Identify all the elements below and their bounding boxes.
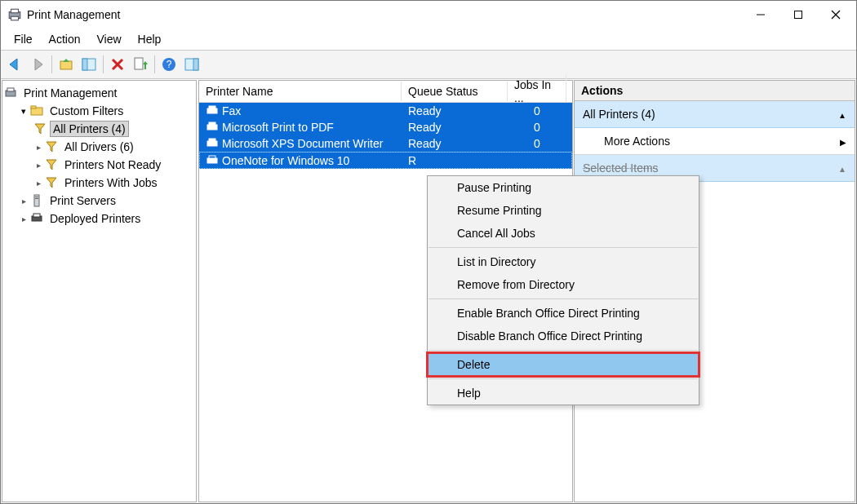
svg-rect-1 bbox=[11, 9, 19, 13]
server-icon bbox=[30, 194, 43, 207]
show-hide-tree-button[interactable] bbox=[78, 54, 100, 75]
printer-row[interactable]: Microsoft Print to PDF Ready 0 bbox=[199, 119, 572, 135]
up-folder-button[interactable] bbox=[56, 54, 77, 75]
forward-button[interactable] bbox=[27, 54, 48, 75]
printer-icon bbox=[206, 121, 219, 134]
expander-icon[interactable] bbox=[19, 196, 29, 206]
menu-delete[interactable]: Delete bbox=[428, 353, 699, 376]
svg-rect-38 bbox=[209, 122, 215, 126]
filter-icon bbox=[33, 122, 47, 135]
actions-more-label: More Actions bbox=[604, 135, 670, 148]
svg-marker-7 bbox=[10, 59, 17, 70]
svg-rect-12 bbox=[82, 59, 87, 70]
cell-name: Microsoft Print to PDF bbox=[222, 121, 334, 134]
menu-remove-from-directory[interactable]: Remove from Directory bbox=[428, 273, 699, 296]
menu-separator bbox=[428, 298, 698, 299]
svg-marker-26 bbox=[35, 124, 45, 134]
tree-print-servers[interactable]: Print Servers bbox=[4, 192, 194, 210]
svg-rect-25 bbox=[31, 106, 36, 108]
export-list-button[interactable] bbox=[130, 54, 151, 75]
actions-header: Actions bbox=[575, 81, 855, 101]
tree-root-label: Print Management bbox=[20, 85, 120, 101]
app-window: Print Management File Action View Help bbox=[0, 0, 857, 504]
cell-name: OneNote for Windows 10 bbox=[222, 154, 349, 167]
menu-file[interactable]: File bbox=[6, 30, 41, 48]
menu-action[interactable]: Action bbox=[41, 30, 89, 48]
cell-status: Ready bbox=[402, 137, 508, 150]
menu-cancel-all-jobs[interactable]: Cancel All Jobs bbox=[428, 222, 699, 245]
expander-icon[interactable] bbox=[19, 106, 29, 116]
cell-status: Ready bbox=[402, 104, 508, 117]
menu-list-in-directory[interactable]: List in Directory bbox=[428, 250, 699, 273]
column-queue-status[interactable]: Queue Status bbox=[402, 82, 508, 101]
actions-more[interactable]: More Actions bbox=[575, 128, 855, 155]
cell-status: R bbox=[402, 154, 508, 167]
expander-icon[interactable] bbox=[19, 214, 29, 223]
filter-icon bbox=[45, 140, 58, 153]
menu-disable-branch[interactable]: Disable Branch Office Direct Printing bbox=[428, 325, 699, 347]
menu-enable-branch[interactable]: Enable Branch Office Direct Printing bbox=[428, 302, 699, 325]
titlebar: Print Management bbox=[1, 1, 856, 29]
svg-rect-34 bbox=[33, 214, 40, 217]
svg-rect-9 bbox=[60, 61, 72, 69]
svg-rect-31 bbox=[35, 197, 38, 197]
menu-help[interactable]: Help bbox=[428, 382, 699, 405]
printer-row[interactable]: Fax Ready 0 bbox=[199, 103, 572, 119]
tree-filter-not-ready[interactable]: Printers Not Ready bbox=[4, 156, 194, 174]
tree-label: All Printers (4) bbox=[50, 121, 129, 137]
back-button[interactable] bbox=[4, 54, 25, 75]
svg-rect-15 bbox=[135, 58, 143, 69]
menu-help[interactable]: Help bbox=[130, 30, 170, 48]
tree-root[interactable]: Print Management bbox=[4, 84, 194, 102]
tree-label: Print Servers bbox=[47, 192, 119, 209]
window-controls bbox=[742, 1, 855, 29]
printer-icon bbox=[206, 154, 219, 167]
printer-row[interactable]: Microsoft XPS Document Writer Ready 0 bbox=[199, 135, 572, 152]
tree-custom-filters[interactable]: Custom Filters bbox=[4, 102, 194, 120]
printer-icon bbox=[30, 212, 43, 225]
menubar: File Action View Help bbox=[1, 29, 856, 50]
toolbar-separator bbox=[103, 55, 104, 73]
svg-text:?: ? bbox=[167, 59, 172, 70]
svg-rect-23 bbox=[7, 88, 14, 91]
actions-group[interactable]: All Printers (4) bbox=[575, 101, 855, 128]
close-button[interactable] bbox=[817, 1, 855, 29]
help-button[interactable]: ? bbox=[158, 54, 180, 75]
collapse-icon bbox=[838, 108, 846, 121]
expander-icon[interactable] bbox=[33, 178, 43, 188]
svg-marker-8 bbox=[35, 59, 42, 70]
actions-selected-label: Selected Items bbox=[583, 161, 659, 175]
cell-name: Fax bbox=[222, 104, 241, 117]
printer-row[interactable]: OneNote for Windows 10 R bbox=[199, 152, 572, 169]
tree-label: Deployed Printers bbox=[47, 210, 144, 227]
column-printer-name[interactable]: Printer Name bbox=[199, 82, 402, 101]
minimize-button[interactable] bbox=[742, 1, 779, 29]
toolbar-separator bbox=[51, 55, 52, 73]
cell-jobs: 0 bbox=[508, 104, 566, 117]
svg-rect-2 bbox=[11, 16, 19, 20]
svg-marker-16 bbox=[143, 61, 148, 64]
list-body: Fax Ready 0 Microsoft Print to PDF Ready… bbox=[199, 103, 572, 169]
menu-resume-printing[interactable]: Resume Printing bbox=[428, 199, 699, 222]
svg-marker-10 bbox=[63, 59, 69, 62]
tree-deployed-printers[interactable]: Deployed Printers bbox=[4, 210, 194, 228]
menu-separator bbox=[428, 247, 698, 248]
tree-filter-all-printers[interactable]: All Printers (4) bbox=[4, 120, 194, 138]
tree-filter-all-drivers[interactable]: All Drivers (6) bbox=[4, 138, 194, 156]
menu-view[interactable]: View bbox=[88, 30, 129, 48]
menu-pause-printing[interactable]: Pause Printing bbox=[428, 176, 699, 199]
context-menu: Pause Printing Resume Printing Cancel Al… bbox=[427, 175, 699, 405]
delete-button[interactable] bbox=[107, 54, 128, 75]
expander-icon[interactable] bbox=[33, 160, 43, 170]
filter-icon bbox=[45, 158, 58, 171]
app-icon bbox=[7, 7, 22, 22]
cell-jobs: 0 bbox=[508, 137, 566, 150]
show-hide-actions-button[interactable] bbox=[181, 54, 202, 75]
svg-marker-27 bbox=[47, 142, 56, 152]
expander-icon[interactable] bbox=[33, 142, 43, 152]
cell-status: Ready bbox=[402, 121, 508, 134]
window-title: Print Management bbox=[27, 8, 120, 21]
maximize-button[interactable] bbox=[779, 1, 817, 29]
tree-filter-with-jobs[interactable]: Printers With Jobs bbox=[4, 174, 194, 192]
folder-icon bbox=[30, 104, 43, 117]
